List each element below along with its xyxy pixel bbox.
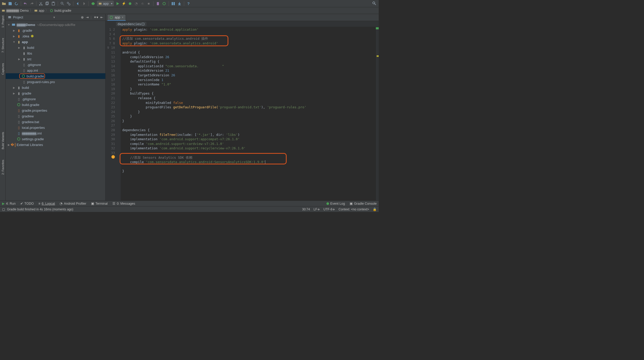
profile-icon[interactable]: ◔ (134, 1, 139, 6)
bottom-logcat[interactable]: ≡6: Logcat (38, 202, 55, 205)
tree-gradlewbat[interactable]: ▯gradlew.bat (6, 119, 105, 125)
tree-libs[interactable]: ▮libs (6, 50, 105, 56)
svg-rect-9 (99, 3, 102, 4)
tree-src[interactable]: ▶▮src (6, 56, 105, 62)
tree-build2[interactable]: ▶▮build (6, 85, 105, 90)
open-icon[interactable] (2, 1, 6, 6)
collapse-icon[interactable]: ⇥ (86, 15, 89, 19)
breadcrumb-file[interactable]: build.gradle (50, 9, 71, 12)
svg-point-24 (17, 138, 20, 140)
status-line-sep[interactable]: LF≑ (314, 208, 320, 211)
bottom-run[interactable]: ▶4: Run (2, 202, 16, 205)
replace-icon[interactable] (66, 1, 71, 6)
tree-appiml[interactable]: ▯app.iml (6, 68, 105, 73)
run-config-combo[interactable]: app (97, 1, 114, 6)
bottom-eventlog[interactable]: Event Log (326, 202, 345, 205)
side-structure[interactable]: 7: Structure (1, 38, 4, 53)
tab-close-icon[interactable]: × (122, 16, 124, 19)
apply-changes-icon[interactable]: ⚡ (121, 1, 126, 6)
status-icon[interactable]: ▢ (2, 208, 5, 211)
sdk-icon[interactable] (162, 1, 166, 6)
side-project[interactable]: 1: Project (1, 16, 4, 28)
tree-gradle-dir[interactable]: ▶▮.gradle (6, 28, 105, 33)
tree-root[interactable]: ▼▮▮▮▮▮Demo ~/Documents/app-sdk/Re (6, 22, 105, 28)
tree-gitignore2[interactable]: ▯.gitignore (6, 96, 105, 102)
bottom-todo[interactable]: ✔TODO (20, 202, 34, 205)
find-icon[interactable] (60, 1, 65, 6)
tree-localprops[interactable]: ▯local.properties (6, 125, 105, 130)
tree-iml[interactable]: ▯▮▮▮▮▮▮▮▮.iml (6, 130, 105, 136)
editor-breadcrumb[interactable]: dependencies{} (106, 21, 379, 27)
attach-icon[interactable]: ⎋ (140, 1, 145, 6)
stop-icon[interactable]: ■ (146, 1, 151, 6)
svg-rect-20 (8, 17, 11, 18)
svg-rect-17 (35, 10, 37, 11)
line-gutter: 1 2 3 4 5 6 7 8 9 10 11 12 13 14 15 16 1… (106, 27, 117, 201)
hide-icon[interactable]: ⇤ (100, 15, 103, 19)
main-toolbar: app ⚡ ◔ ⎋ ■ ? (0, 0, 379, 7)
tree-buildgradle2[interactable]: build.gradle (6, 102, 105, 108)
undo-icon[interactable] (23, 1, 28, 6)
svg-point-6 (61, 2, 63, 4)
svg-point-23 (17, 103, 20, 106)
bottom-messages[interactable]: ☰0: Messages (112, 202, 135, 205)
navigation-breadcrumb: ▮▮▮▮▮▮▮Demo 〉 app 〉 build.gradle (0, 7, 379, 14)
editor-area: app × dependencies{} 1 2 3 4 5 6 7 8 9 1… (106, 14, 379, 201)
download-icon[interactable] (177, 1, 182, 6)
tree-extlib[interactable]: ▶�║External Libraries (6, 142, 105, 148)
tree-build[interactable]: ▶▮build (6, 45, 105, 50)
status-lock-icon[interactable]: 🔒 (373, 208, 377, 211)
tree-settingsgradle[interactable]: settings.gradle (6, 136, 105, 142)
forward-icon[interactable] (82, 1, 86, 6)
tree-idea-dir[interactable]: ▶▮.idea (6, 33, 105, 39)
status-message: Gradle build finished in 4s 16ms (moment… (7, 208, 73, 211)
settings-icon[interactable]: ✶▾ (94, 15, 98, 19)
sync-icon[interactable] (14, 1, 19, 6)
status-bar: ▢ Gradle build finished in 4s 16ms (mome… (0, 206, 379, 212)
tree-gitignore[interactable]: ▯.gitignore (6, 62, 105, 68)
copy-icon[interactable] (45, 1, 49, 6)
tree-buildgradle[interactable]: build.gradle (6, 73, 105, 79)
avd-icon[interactable] (156, 1, 160, 6)
breadcrumb-app[interactable]: app (34, 9, 44, 12)
side-captures[interactable]: Captures (1, 63, 4, 75)
svg-point-18 (50, 9, 53, 12)
target-icon[interactable]: ⊕ (81, 15, 84, 19)
tree-gradleprops[interactable]: ▯gradle.properties (6, 108, 105, 113)
status-encoding[interactable]: UTF-8≑ (324, 208, 335, 211)
side-favorites[interactable]: 2: Favorites (1, 160, 4, 175)
editor-tab-app[interactable]: app × (107, 14, 126, 21)
bottom-gradleconsole[interactable]: ▣Gradle Console (350, 202, 377, 205)
bottom-profiler[interactable]: ◔Android Profiler (60, 202, 86, 205)
fold-gutter[interactable] (117, 27, 121, 201)
svg-rect-13 (172, 2, 173, 5)
debug-icon[interactable] (128, 1, 132, 6)
intention-bulb-icon[interactable] (111, 155, 115, 159)
run-icon[interactable] (115, 1, 120, 6)
bottom-terminal[interactable]: ▣Terminal (91, 202, 108, 205)
paste-icon[interactable] (51, 1, 56, 6)
make-icon[interactable] (91, 1, 95, 6)
editor-scrollbar[interactable] (376, 27, 379, 201)
back-icon[interactable] (75, 1, 80, 6)
tree-gradlew[interactable]: ▯gradlew (6, 113, 105, 119)
cut-icon[interactable] (38, 1, 43, 6)
redo-icon[interactable] (29, 1, 34, 6)
status-context[interactable]: Context: <no context> (339, 208, 369, 211)
breadcrumb-root[interactable]: ▮▮▮▮▮▮▮Demo (2, 9, 29, 12)
code-editor[interactable]: apply plugin: 'com.android.application' … (121, 27, 376, 201)
search-everywhere-icon[interactable] (372, 1, 377, 6)
bottom-tool-bar: ▶4: Run ✔TODO ≡6: Logcat ◔Android Profil… (0, 201, 379, 206)
svg-rect-21 (12, 24, 15, 26)
save-icon[interactable] (8, 1, 12, 6)
tree-gradle2[interactable]: ▶▮gradle (6, 90, 105, 96)
help-icon[interactable]: ? (186, 1, 191, 6)
layout-icon[interactable] (171, 1, 176, 6)
svg-rect-14 (173, 2, 175, 5)
tree-proguard[interactable]: ▯proguard-rules.pro (6, 79, 105, 85)
status-caret-pos[interactable]: 30:74 (302, 208, 310, 211)
tree-app[interactable]: ▼▮app (6, 39, 105, 45)
project-tree[interactable]: ▼▮▮▮▮▮Demo ~/Documents/app-sdk/Re ▶▮.gra… (6, 21, 105, 201)
side-build-variants[interactable]: Build Variants (1, 132, 4, 149)
editor-tabbar: app × (106, 14, 379, 21)
